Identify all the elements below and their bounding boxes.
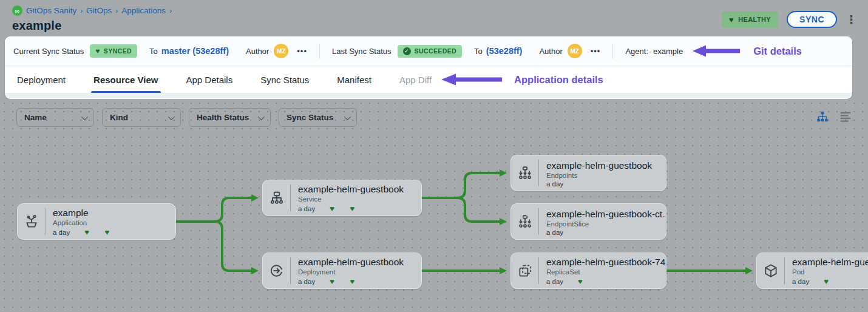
- kebab-menu-icon[interactable]: ⋮: [846, 14, 857, 25]
- succeeded-badge: ✓ SUCCEEDED: [398, 45, 463, 58]
- filter-name-dropdown[interactable]: Name: [16, 108, 94, 127]
- chevron-down-icon: [81, 113, 88, 120]
- app-summary-card: Current Sync Status ♥ SYNCED To master (…: [5, 36, 852, 99]
- breadcrumb-item-applications[interactable]: Applications: [121, 6, 166, 15]
- tab-app-details[interactable]: App Details: [185, 66, 234, 93]
- node-title: example-helm-guest: [792, 257, 868, 268]
- health-heart-icons: ♥: [578, 277, 583, 286]
- author-avatar: MZ: [568, 44, 582, 58]
- to-label: To: [149, 47, 158, 56]
- filter-kind-dropdown[interactable]: Kind: [102, 108, 181, 127]
- filter-health-status-dropdown[interactable]: Health Status: [189, 108, 271, 127]
- endpointslice-icon: [511, 204, 538, 239]
- gitops-logo-icon: ∞: [12, 5, 22, 16]
- app-tabs: Deployment Resource View App Details Syn…: [5, 66, 852, 93]
- resource-node-endpointslice[interactable]: example-helm-guestbook-ct... EndpointSli…: [510, 203, 666, 240]
- author-label: Author: [539, 47, 562, 56]
- node-age: a day: [298, 205, 315, 212]
- filter-bar: Name Kind Health Status Sync Status: [16, 108, 357, 127]
- heart-icon: ♥: [729, 15, 734, 24]
- filter-sync-status-dropdown[interactable]: Sync Status: [279, 108, 357, 127]
- chevron-down-icon: [168, 113, 175, 120]
- more-options-icon[interactable]: •••: [591, 47, 601, 56]
- divider: [612, 44, 613, 59]
- health-heart-icons: ♥: [824, 277, 829, 286]
- current-sync-status-label: Current Sync Status: [13, 47, 84, 56]
- tab-resource-view[interactable]: Resource View: [92, 66, 159, 93]
- divider: [319, 44, 320, 59]
- check-circle-icon: ✓: [403, 47, 411, 55]
- card-footer: [5, 93, 852, 98]
- node-title: example: [53, 208, 109, 219]
- left-arrow-icon: [441, 73, 502, 86]
- node-title: example-helm-guestbook: [298, 257, 404, 268]
- resource-node-replicaset[interactable]: example-helm-guestbook-74... ReplicaSet …: [510, 253, 666, 289]
- node-age: a day: [546, 180, 563, 188]
- author-label: Author: [246, 47, 269, 56]
- replicaset-icon: [511, 253, 538, 288]
- agent-label: Agent:: [625, 47, 648, 56]
- agent-value: example: [653, 47, 683, 56]
- node-kind: ReplicaSet: [546, 268, 660, 276]
- node-kind: Endpoints: [546, 172, 652, 179]
- health-heart-icons: ♥ ♥: [330, 277, 354, 286]
- resource-node-deployment[interactable]: example-helm-guestbook Deployment a day …: [262, 253, 422, 289]
- chevron-down-icon: [344, 113, 351, 120]
- resource-tree-canvas: Name Kind Health Status Sync Status: [0, 99, 868, 312]
- resource-node-service[interactable]: example-helm-guestbook Service a day ♥ ♥: [262, 180, 422, 216]
- deployment-icon: [263, 253, 290, 288]
- breadcrumb-item-gitops[interactable]: GitOps: [86, 6, 112, 15]
- git-details-annotation-text: Git details: [753, 46, 802, 57]
- filter-label: Name: [24, 113, 47, 122]
- node-title: example-helm-guestbook-ct...: [546, 209, 660, 220]
- sync-status-bar: Current Sync Status ♥ SYNCED To master (…: [5, 36, 852, 66]
- resource-node-application-example[interactable]: example Application a day ♥ ♥: [17, 203, 176, 240]
- resource-node-endpoints[interactable]: example-helm-guestbook Endpoints a day: [510, 155, 666, 191]
- breadcrumb-item-gitops-sanity[interactable]: GitOps Sanity: [26, 6, 76, 15]
- tab-manifest[interactable]: Manifest: [336, 66, 373, 93]
- node-age: a day: [546, 278, 563, 285]
- git-details-annotation: Git details: [693, 44, 802, 58]
- node-kind: Pod: [792, 268, 868, 276]
- synced-badge: ♥ SYNCED: [90, 44, 137, 58]
- filter-label: Health Status: [197, 113, 249, 122]
- service-icon: [263, 180, 290, 215]
- tab-app-diff[interactable]: App Diff: [398, 66, 433, 93]
- header-actions: ♥ HEALTHY SYNC ⋮: [722, 11, 857, 28]
- last-revision-link[interactable]: (53e28ff): [486, 46, 523, 56]
- breadcrumb-separator: ›: [169, 7, 172, 15]
- current-revision-link[interactable]: master (53e28ff): [161, 46, 229, 56]
- application-details-annotation-text: Application details: [514, 74, 603, 86]
- left-arrow-icon: [693, 44, 740, 58]
- to-label: To: [474, 47, 483, 56]
- endpoints-icon: [511, 155, 538, 191]
- node-age: a day: [792, 278, 809, 285]
- filter-label: Sync Status: [287, 113, 333, 122]
- view-toggle: [816, 110, 852, 123]
- heart-icon: ♥: [95, 47, 100, 55]
- last-sync-status-label: Last Sync Status: [332, 47, 392, 56]
- node-title: example-helm-guestbook: [298, 184, 404, 195]
- list-view-icon[interactable]: [839, 110, 852, 123]
- node-title: example-helm-guestbook: [546, 160, 652, 171]
- tree-view-icon[interactable]: [816, 110, 829, 123]
- breadcrumb-separator: ›: [115, 7, 118, 15]
- node-kind: Service: [298, 195, 404, 203]
- tab-deployment[interactable]: Deployment: [16, 66, 67, 93]
- node-age: a day: [546, 229, 563, 236]
- resource-node-pod[interactable]: example-helm-guest Pod a day ♥: [756, 253, 868, 289]
- breadcrumb-separator: ›: [80, 7, 83, 15]
- node-kind: EndpointSlice: [546, 220, 660, 228]
- node-kind: Application: [53, 219, 109, 226]
- chevron-down-icon: [258, 113, 265, 120]
- succeeded-badge-label: SUCCEEDED: [415, 47, 457, 55]
- more-options-icon[interactable]: •••: [297, 47, 307, 56]
- health-heart-icons: ♥ ♥: [330, 204, 354, 213]
- application-details-annotation: Application details: [441, 73, 603, 86]
- page-header: ∞ GitOps Sanity › GitOps › Applications …: [0, 0, 868, 36]
- sync-button[interactable]: SYNC: [787, 11, 837, 28]
- tab-sync-status[interactable]: Sync Status: [259, 66, 310, 93]
- node-title: example-helm-guestbook-74...: [546, 257, 660, 268]
- node-kind: Deployment: [298, 268, 404, 276]
- health-status-badge: ♥ HEALTHY: [722, 12, 778, 28]
